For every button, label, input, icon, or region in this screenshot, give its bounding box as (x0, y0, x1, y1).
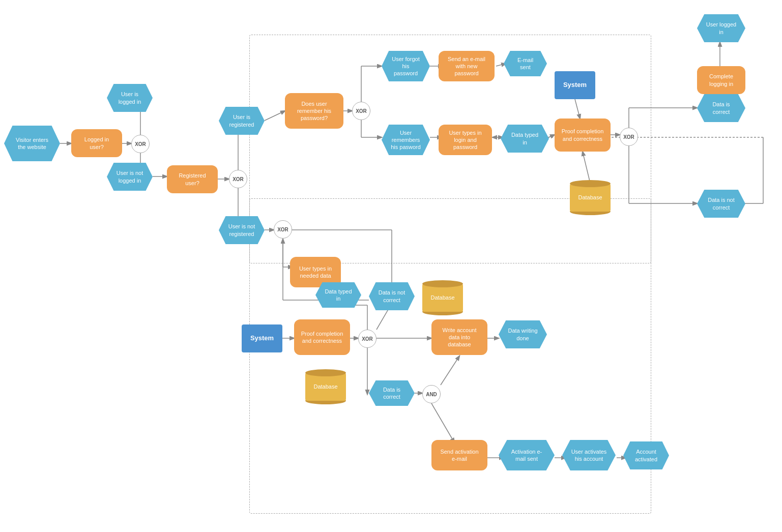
user-not-logged-in-node: User is not logged in (107, 163, 153, 191)
does-user-remember-node: Does user remember his password? (285, 93, 343, 129)
xor-pwd-node: XOR (352, 102, 370, 120)
svg-line-40 (575, 99, 580, 119)
user-logged-in-node: User is logged in (107, 84, 153, 112)
svg-line-29 (265, 111, 285, 121)
proof-completion-reg-node: Proof completion and correctness (294, 319, 350, 355)
visitor-enters-node: Visitor enters the website (4, 126, 60, 161)
user-logged-in-top-node: User logged in (697, 14, 745, 42)
cylinder-body-2: Database (305, 373, 346, 401)
cylinder-top-login (570, 180, 611, 187)
data-writing-done-node: Data writing done (499, 320, 547, 348)
logged-in-user-node: Logged in user? (71, 129, 122, 157)
svg-line-39 (548, 135, 555, 137)
data-not-correct-reg-node: Data is not correct (369, 282, 415, 310)
database-login-node: Database (570, 177, 611, 218)
database-reg-top-node: Database (422, 277, 463, 318)
proof-completion-login-node: Proof completion and correctness (555, 119, 611, 152)
and-node: AND (422, 385, 441, 403)
email-sent-node: E-mail sent (504, 51, 547, 76)
data-typed-login-node: Data typed in (501, 125, 549, 153)
data-is-correct-reg-node: Data is correct (369, 380, 415, 406)
cylinder-body: Database (422, 284, 463, 312)
xor-login-node: XOR (620, 128, 638, 146)
system-login-node: System (555, 71, 595, 99)
svg-line-23 (431, 403, 454, 442)
xor2-node: XOR (229, 170, 247, 188)
user-types-login-node: User types in login and password (439, 125, 492, 155)
svg-line-52 (441, 356, 459, 385)
activation-sent-node: Activation e-mail sent (499, 440, 555, 470)
account-activated-node: Account activated (623, 441, 669, 469)
system-reg-node: System (242, 324, 282, 352)
user-forgot-node: User forgot his password (382, 51, 430, 81)
data-is-correct-login-node: Data is correct (697, 94, 745, 122)
registered-user-node: Registered user? (167, 165, 218, 193)
cylinder-top (422, 280, 463, 287)
user-activates-node: User activates his account (562, 440, 616, 470)
user-remembers-node: User remembers his pasword (382, 125, 430, 155)
complete-logging-node: Complete logging in (697, 66, 745, 94)
cylinder-body-login: Database (570, 184, 611, 212)
write-account-node: Write account data into database (431, 319, 487, 355)
user-is-registered-node: User is registered (219, 107, 265, 135)
xor-reg-node: XOR (358, 330, 376, 348)
user-not-registered-node: User is not registered (219, 216, 265, 244)
xor3-node: XOR (274, 220, 292, 239)
data-typed-reg-node: Data typed in (315, 282, 361, 308)
data-not-correct-login-node: Data is not correct (697, 190, 745, 218)
flowchart-canvas: Visitor enters the website Logged in use… (0, 0, 782, 532)
send-email-new-pwd-node: Send an e-mail with new password (439, 51, 495, 81)
send-activation-node: Send activation e-mail (431, 440, 487, 470)
xor1-node: XOR (131, 135, 150, 153)
database-reg-bottom-node: Database (305, 366, 346, 407)
cylinder-top-2 (305, 369, 346, 376)
